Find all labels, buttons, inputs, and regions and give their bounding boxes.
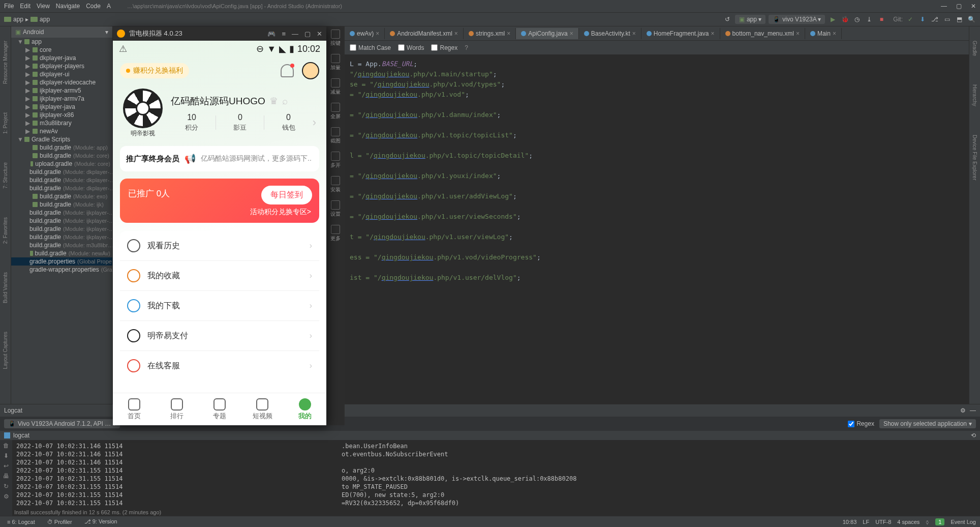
tab-close-icon[interactable]: × [454, 30, 458, 37]
minimize-panel-icon[interactable]: — [970, 407, 976, 414]
emulator-sidebar-item[interactable]: 截图 [330, 127, 341, 144]
tab-close-icon[interactable]: × [570, 30, 573, 37]
logcat-device-selector[interactable]: 📱 Vivo V1923A Android 7.1.2, API … ▾ [4, 419, 120, 428]
stripe-favorites[interactable]: 2: Favorites [2, 213, 9, 248]
emulator-maximize-icon[interactable]: ▢ [304, 30, 311, 38]
emulator-sidebar-item[interactable]: 全屏 [330, 103, 341, 120]
maximize-icon[interactable]: ▢ [956, 3, 962, 10]
editor-tab[interactable]: HomeFragment.java× [641, 28, 720, 39]
stat-beans[interactable]: 0影豆 [219, 113, 261, 132]
nav-item[interactable]: 排行 [156, 393, 198, 425]
code-line[interactable]: ess = "/qingdoujiekou.php/v1.vod/videoPr… [350, 252, 980, 262]
scroll-end-icon[interactable]: ⬇ [4, 452, 9, 459]
line-separator[interactable]: LF [863, 519, 869, 525]
tree-node[interactable]: build.gradle (Module: dkplayer-… [11, 184, 112, 192]
expand-arrow-icon[interactable]: ▶ [25, 71, 30, 78]
code-line[interactable]: ist = "/qingdoujiekou.php/v1.user/delVlo… [350, 273, 980, 283]
code-line[interactable]: = "/qingdoujiekou.php/v1.vod"; [350, 90, 980, 100]
code-line[interactable]: "/qingdoujiekou.php/v1.main/startup"; [350, 69, 980, 79]
expand-arrow-icon[interactable]: ▶ [25, 63, 30, 70]
daily-checkin-button[interactable]: 每日签到 [261, 186, 312, 204]
emulator-gamepad-icon[interactable]: 🎮 [267, 30, 275, 38]
menu-row[interactable]: 我的下载› [120, 291, 319, 321]
menu-navigate[interactable]: Navigate [56, 3, 80, 10]
expand-arrow-icon[interactable]: ▶ [25, 111, 30, 119]
tree-node[interactable]: ▼app [11, 38, 112, 46]
debug-icon[interactable]: 🐞 [840, 15, 849, 24]
tree-node[interactable]: build.gradle (Module: newAv) [11, 249, 112, 257]
tree-node[interactable]: ▶ijkplayer-armv5 [11, 86, 112, 95]
tree-node[interactable]: build.gradle (Module: core) [11, 152, 112, 160]
code-line[interactable] [350, 120, 980, 130]
sdk-icon[interactable]: ⬒ [955, 15, 964, 24]
emulator-sidebar-item[interactable]: 按键 [330, 30, 341, 47]
logcat-filter-selector[interactable]: Show only selected application ▾ [879, 419, 976, 428]
code-line[interactable]: = "/qingdoujiekou.php/v1.youxi/index"; [350, 171, 980, 181]
menu-row[interactable]: 我的收藏› [120, 261, 319, 291]
emulator-sidebar-item[interactable]: 设置 [330, 200, 341, 218]
tool-profiler-button[interactable]: ⏱ Profiler [44, 518, 75, 526]
tree-node[interactable]: build.gradle (Module: exo) [11, 192, 112, 200]
attach-icon[interactable]: ⤓ [865, 15, 874, 24]
tree-node[interactable]: build.gradle (Module: ijkplayer-… [11, 209, 112, 217]
code-line[interactable]: se = "/qingdoujiekou.php/v1.vod/types"; [350, 79, 980, 90]
emulator-screen[interactable]: ⚠ ⊖ ▼ ◣ ▮ 10:02 赚积分兑换福利 明帝影视 [113, 41, 326, 425]
editor-tab[interactable]: ApiConfig.java× [516, 28, 578, 39]
code-line[interactable] [350, 201, 980, 212]
menu-row[interactable]: 观看历史› [120, 231, 319, 261]
tab-close-icon[interactable]: × [376, 30, 379, 37]
expand-arrow-icon[interactable]: ▶ [25, 87, 30, 94]
emulator-minimize-icon[interactable]: — [292, 30, 298, 38]
tree-node[interactable]: build.gradle (Module: ijkplayer-… [11, 225, 112, 233]
search-icon[interactable]: 🔍 [967, 15, 976, 24]
code-line[interactable]: = "/qingdoujiekou.php/v1.topic/topicList… [350, 130, 980, 140]
expand-arrow-icon[interactable]: ▼ [17, 136, 22, 143]
code-line[interactable] [350, 100, 980, 110]
breadcrumb-item[interactable]: app [40, 16, 50, 23]
menu-edit[interactable]: Edit [20, 3, 30, 10]
emulator-menu-icon[interactable]: ≡ [282, 30, 286, 38]
user-info-block[interactable]: 明帝影视 亿码酷站源码UHOGO ♛ ⌕ 10积分 0影豆 0钱包 › [113, 84, 326, 146]
tool-logcat-button[interactable]: ≡ 6: Logcat [4, 518, 38, 526]
menu-view[interactable]: View [37, 3, 50, 10]
tab-close-icon[interactable]: × [632, 30, 636, 37]
tree-node[interactable]: ▼Gradle Scripts [11, 135, 112, 143]
editor-tab[interactable]: strings.xml× [464, 28, 516, 39]
code-editor[interactable]: L = App.BASE_URL;"/qingdoujiekou.php/v1.… [345, 55, 980, 404]
emulator-close-icon[interactable]: ✕ [317, 30, 322, 38]
expand-arrow-icon[interactable]: ▶ [25, 95, 30, 102]
tree-node[interactable]: build.gradle (Module: app) [11, 143, 112, 152]
tree-node[interactable]: build.gradle (Module: dkplayer-… [11, 168, 112, 176]
tab-close-icon[interactable]: × [711, 30, 715, 37]
code-line[interactable]: = "/qingdoujiekou.php/v1.danmu/index"; [350, 110, 980, 120]
editor-tab[interactable]: Main× [805, 28, 842, 39]
stripe-device-explorer[interactable]: Device File Explorer [971, 131, 978, 184]
code-line[interactable]: t = "/qingdoujiekou.php/v1.user/viewLog"… [350, 232, 980, 242]
regex-checkbox[interactable]: Regex [431, 44, 457, 51]
indent[interactable]: 4 spaces [897, 519, 920, 525]
tree-node[interactable]: ▶dkplayer-videocache [11, 78, 112, 86]
promo-strip[interactable]: 推广享终身会员 📢 亿码酷站源码网测试，更多源码下.. [120, 146, 319, 171]
editor-tab[interactable]: ewAv)× [345, 28, 385, 39]
code-line[interactable]: = "/qingdoujiekou.php/v1.user/viewSecond… [350, 212, 980, 222]
clear-icon[interactable]: 🗑 [3, 442, 9, 449]
stop-icon[interactable]: ■ [877, 15, 886, 24]
editor-tab[interactable]: bottom_nav_menu.xml× [720, 28, 805, 39]
chevron-right-icon[interactable]: › [313, 116, 316, 129]
wrap-icon[interactable]: ⟲ [971, 432, 976, 439]
stripe-build-variants[interactable]: Build Variants [2, 268, 9, 307]
logcat-tab-label[interactable]: logcat [13, 432, 29, 439]
tree-header[interactable]: ▣Android ▾ [11, 26, 112, 38]
emulator-titlebar[interactable]: 雷电模拟器 4.0.23 🎮 ≡ — ▢ ✕ [113, 26, 326, 41]
emulator-sidebar-item[interactable]: 加量 [330, 54, 341, 71]
tree-node[interactable]: upload.gradle (Module: core) [11, 160, 112, 168]
caret-position[interactable]: 10:83 [843, 519, 857, 525]
tab-close-icon[interactable]: × [833, 30, 836, 37]
expand-arrow-icon[interactable]: ▼ [17, 38, 22, 45]
editor-tab[interactable]: AndroidManifest.xml× [385, 28, 464, 39]
device-selector[interactable]: 📱vivo V1923A ▾ [769, 15, 825, 24]
code-line[interactable]: L = App.BASE_URL; [350, 59, 980, 69]
tree-node[interactable]: ▶ijkplayer-armv7a [11, 95, 112, 103]
event-log-button[interactable]: Event Log [951, 519, 976, 525]
expand-arrow-icon[interactable]: ▶ [25, 79, 30, 86]
